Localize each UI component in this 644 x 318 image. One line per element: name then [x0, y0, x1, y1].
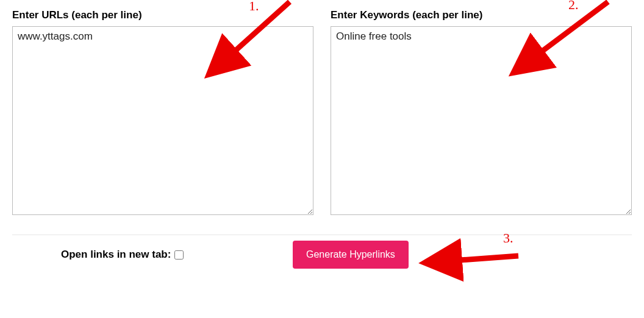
annotation-step-3: 3.	[439, 231, 537, 270]
keywords-column: Enter Keywords (each per line) 2.	[331, 9, 632, 217]
keywords-textarea[interactable]	[331, 26, 632, 215]
urls-column: Enter URLs (each per line) 1.	[12, 9, 313, 217]
annotation-label-3: 3.	[503, 230, 513, 246]
open-new-tab-checkbox[interactable]	[174, 250, 184, 260]
keywords-label: Enter Keywords (each per line)	[331, 9, 632, 21]
generate-hyperlinks-button[interactable]: Generate Hyperlinks	[293, 241, 409, 269]
open-new-tab-label: Open links in new tab:	[61, 249, 171, 261]
urls-label: Enter URLs (each per line)	[12, 9, 313, 21]
open-new-tab-option: Open links in new tab:	[61, 249, 184, 261]
urls-textarea[interactable]	[12, 26, 313, 215]
section-divider	[12, 235, 632, 235]
svg-line-5	[451, 256, 518, 261]
